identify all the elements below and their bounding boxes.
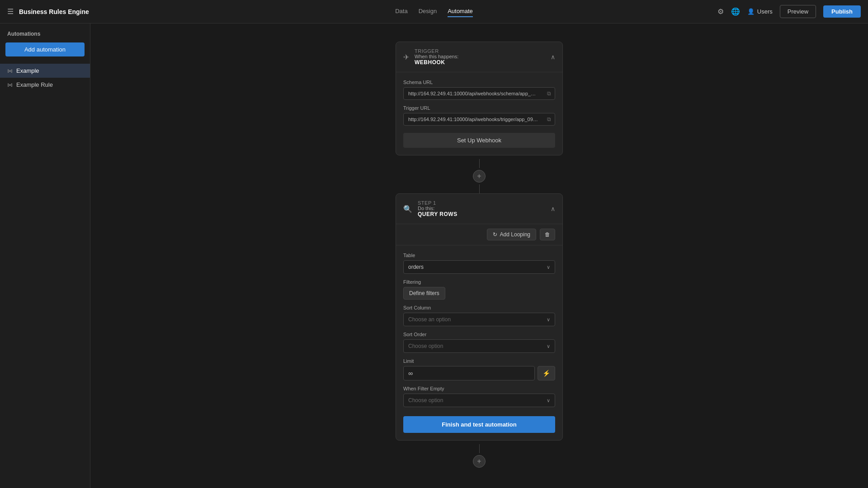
topnav-center: Data Design Automate [292,6,576,17]
table-label: Table [403,253,555,258]
users-button[interactable]: 👤 Users [747,8,773,15]
branch-icon-2: ⋈ [7,82,13,88]
tab-automate[interactable]: Automate [448,6,473,17]
step1-card: 🔍 Step 1 Do this: QUERY ROWS ∧ ↻ Add Loo… [396,193,563,441]
settings-icon[interactable]: ⚙ [717,7,724,16]
tab-data[interactable]: Data [395,6,407,17]
limit-label: Limit [403,358,555,364]
sidebar-item-example[interactable]: ⋈ Example [0,64,90,78]
trigger-url-label: Trigger URL [403,105,555,111]
trigger-card-body: Schema URL http://164.92.249.41:10000/ap… [396,72,562,155]
user-icon: 👤 [747,8,755,15]
setup-webhook-button[interactable]: Set Up Webhook [403,133,555,148]
sort-column-group: Sort Column Choose an option ∨ [403,305,555,326]
trigger-collapse-button[interactable]: ∧ [551,53,555,61]
when-filter-empty-group: When Filter Empty Choose option ∨ [403,386,555,407]
trash-icon: 🗑 [545,231,550,238]
table-chevron-icon: ∨ [547,264,550,270]
add-step-circle-1[interactable]: + [473,170,486,183]
finish-test-button[interactable]: Finish and test automation [403,416,555,433]
table-group: Table orders ∨ [403,253,555,274]
schema-url-copy-icon[interactable]: ⧉ [547,90,551,97]
step1-label: Step 1 [418,200,458,206]
publish-button[interactable]: Publish [823,5,861,18]
add-step-circle-2[interactable]: + [473,455,486,468]
when-filter-empty-select[interactable]: Choose option ∨ [403,394,555,407]
when-filter-empty-chevron-icon: ∨ [547,398,550,404]
step1-sublabel: Do this: [418,206,458,211]
step1-title: QUERY ROWS [418,211,458,217]
branch-icon: ⋈ [7,68,13,74]
trigger-url-group: Trigger URL http://164.92.249.41:10000/a… [403,105,555,126]
sidebar-item-example-rule[interactable]: ⋈ Example Rule [0,78,90,92]
trigger-title: WEBHOOK [415,59,458,66]
sidebar-section-title: Automations [0,31,90,42]
main-layout: Automations Add automation ⋈ Example ⋈ E… [0,23,868,488]
sort-column-chevron-icon: ∨ [547,317,550,323]
topnav: ☰ Business Rules Engine Data Design Auto… [0,0,868,23]
schema-url-value: http://164.92.249.41:10000/api/webhooks/… [408,91,538,96]
limit-group: Limit ⚡ [403,358,555,380]
limit-input[interactable] [403,366,535,380]
sort-order-chevron-icon: ∨ [547,343,550,349]
preview-button[interactable]: Preview [780,5,816,18]
sort-order-group: Sort Order Choose option ∨ [403,332,555,353]
tab-design[interactable]: Design [419,6,437,17]
step1-collapse-button[interactable]: ∧ [551,205,555,212]
add-looping-label: Add Looping [500,231,530,238]
sort-order-select[interactable]: Choose option ∨ [403,339,555,353]
trigger-url-copy-icon[interactable]: ⧉ [547,116,551,122]
filtering-label: Filtering [403,279,555,285]
content-area: ✈ Trigger When this happens: WEBHOOK ∧ S… [90,23,868,488]
connector-line-1 [479,159,480,168]
trigger-label: Trigger [415,48,458,54]
step1-header-info: Step 1 Do this: QUERY ROWS [418,200,458,217]
define-filters-button[interactable]: Define filters [403,287,445,300]
sort-column-label: Sort Column [403,305,555,310]
trigger-send-icon: ✈ [403,53,409,61]
when-filter-empty-label: When Filter Empty [403,386,555,391]
step1-toolbar: ↻ Add Looping 🗑 [396,224,562,245]
add-looping-button[interactable]: ↻ Add Looping [487,229,536,240]
loop-icon: ↻ [493,231,497,238]
delete-step-button[interactable]: 🗑 [540,229,555,240]
sidebar: Automations Add automation ⋈ Example ⋈ E… [0,23,90,488]
limit-lightning-button[interactable]: ⚡ [538,366,555,380]
step1-card-header: 🔍 Step 1 Do this: QUERY ROWS ∧ [396,194,562,224]
trigger-sublabel: When this happens: [415,54,458,59]
when-filter-empty-placeholder: Choose option [408,397,443,404]
trigger-header-info: Trigger When this happens: WEBHOOK [415,48,458,66]
sidebar-item-example-rule-label: Example Rule [16,81,53,88]
schema-url-input[interactable]: http://164.92.249.41:10000/api/webhooks/… [403,87,555,100]
sort-column-select[interactable]: Choose an option ∨ [403,313,555,326]
lightning-icon: ⚡ [542,370,550,377]
connector-line-3 [479,444,480,453]
schema-url-group: Schema URL http://164.92.249.41:10000/ap… [403,80,555,100]
limit-row: ⚡ [403,366,555,380]
trigger-card: ✈ Trigger When this happens: WEBHOOK ∧ S… [396,42,563,155]
sort-order-placeholder: Choose option [408,343,443,349]
schema-url-label: Schema URL [403,80,555,85]
sort-column-placeholder: Choose an option [408,316,451,323]
hamburger-icon[interactable]: ☰ [7,7,14,16]
trigger-card-header: ✈ Trigger When this happens: WEBHOOK ∧ [396,42,562,72]
step1-search-icon: 🔍 [403,205,412,213]
table-value: orders [408,264,424,270]
connector-line-2 [479,184,480,193]
trigger-url-input[interactable]: http://164.92.249.41:10000/api/webhooks/… [403,113,555,126]
app-title: Business Rules Engine [19,8,89,15]
sidebar-item-example-label: Example [16,67,39,74]
add-automation-button[interactable]: Add automation [5,42,85,56]
step1-card-body: Table orders ∨ Filtering Define filters … [396,245,562,440]
filtering-group: Filtering Define filters [403,279,555,300]
table-select[interactable]: orders ∨ [403,260,555,274]
trigger-url-value: http://164.92.249.41:10000/api/webhooks/… [408,117,538,122]
users-label: Users [757,8,773,15]
globe-icon[interactable]: 🌐 [731,7,740,16]
sort-order-label: Sort Order [403,332,555,337]
